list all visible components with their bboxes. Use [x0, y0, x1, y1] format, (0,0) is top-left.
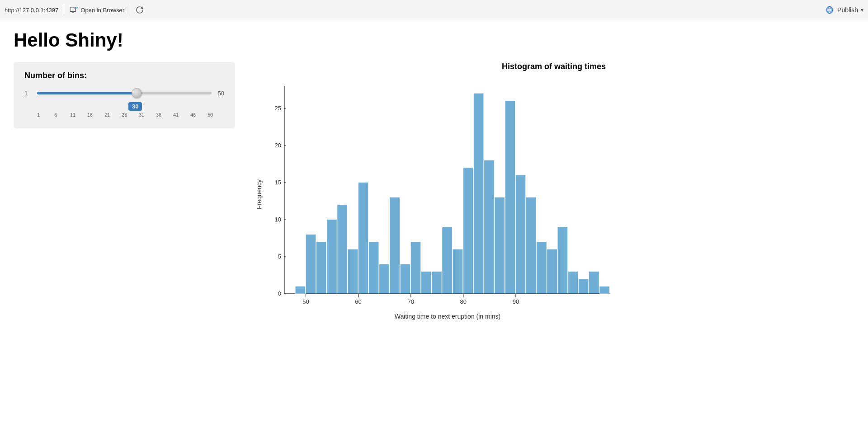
slider-value-bubble: 30 — [128, 102, 142, 111]
bar-13 — [432, 272, 442, 294]
slider-row: 1 50 — [24, 88, 224, 99]
tick-11: 11 — [70, 112, 76, 118]
tick-36: 36 — [156, 112, 162, 118]
x-tick-80: 80 — [460, 298, 467, 305]
y-axis-label: Frequency — [255, 179, 263, 209]
bar-8 — [379, 264, 389, 294]
slider-panel: Number of bins: 1 50 30 1 6 11 — [14, 62, 235, 128]
publish-button[interactable]: Publish ▾ — [825, 5, 863, 15]
y-tick-25: 25 — [275, 105, 281, 112]
tick-41: 41 — [173, 112, 179, 118]
tick-1: 1 — [35, 112, 42, 118]
tick-31: 31 — [138, 112, 145, 118]
tick-50: 50 — [207, 112, 213, 118]
content-layout: Number of bins: 1 50 30 1 6 11 — [14, 62, 854, 330]
bar-26 — [568, 272, 578, 294]
bar-14 — [442, 227, 452, 294]
bar-21 — [515, 175, 525, 294]
bar-7 — [369, 242, 379, 294]
chart-container: Frequency 0 5 10 15 — [253, 77, 624, 330]
slider-track-container[interactable] — [37, 88, 212, 99]
histogram-svg: Frequency 0 5 10 15 — [253, 77, 624, 330]
bar-3 — [327, 220, 337, 294]
bar-16 — [463, 168, 473, 294]
tick-21: 21 — [104, 112, 110, 118]
topbar-divider-2 — [130, 5, 130, 15]
y-tick-15: 15 — [275, 179, 281, 186]
tick-6: 6 — [52, 112, 59, 118]
y-tick-0: 0 — [278, 290, 281, 297]
x-tick-50: 50 — [302, 298, 309, 305]
bar-22 — [526, 197, 536, 294]
topbar-divider — [64, 5, 64, 15]
bar-12 — [421, 272, 431, 294]
refresh-icon[interactable] — [136, 6, 144, 14]
tick-46: 46 — [190, 112, 196, 118]
x-tick-60: 60 — [355, 298, 361, 305]
bar-11 — [410, 242, 420, 294]
bar-25 — [557, 227, 567, 294]
open-browser-icon — [70, 7, 78, 13]
slider-min-label: 1 — [24, 90, 33, 97]
publish-label: Publish — [837, 6, 858, 14]
publish-icon — [825, 5, 835, 15]
bar-18 — [484, 160, 494, 294]
bar-6 — [358, 183, 368, 294]
slider-label: Number of bins: — [24, 71, 224, 80]
open-in-browser-button[interactable]: Open in Browser — [70, 7, 124, 14]
x-axis-label: Waiting time to next eruption (in mins) — [395, 313, 500, 320]
slider-thumb[interactable] — [132, 88, 142, 98]
svg-rect-0 — [70, 7, 75, 12]
bar-29 — [599, 287, 609, 294]
bar-9 — [390, 197, 400, 294]
bar-23 — [537, 242, 547, 294]
topbar: http://127.0.0.1:4397 Open in Browser Pu… — [0, 0, 868, 20]
app-title: Hello Shiny! — [14, 29, 854, 51]
y-tick-5: 5 — [278, 253, 281, 260]
y-tick-10: 10 — [275, 216, 281, 223]
chart-area: Histogram of waiting times Frequency 0 — [253, 62, 854, 330]
chart-title: Histogram of waiting times — [253, 62, 854, 71]
bar-5 — [348, 249, 358, 294]
bar-2 — [316, 242, 326, 294]
bar-0 — [295, 286, 305, 294]
x-tick-70: 70 — [407, 298, 414, 305]
bar-17 — [474, 93, 484, 294]
tick-16: 16 — [87, 112, 93, 118]
slider-track — [37, 92, 212, 94]
y-tick-20: 20 — [275, 142, 281, 149]
x-tick-90: 90 — [513, 298, 519, 305]
bar-28 — [589, 272, 599, 294]
bar-1 — [306, 235, 316, 294]
publish-chevron-icon: ▾ — [861, 7, 863, 13]
open-in-browser-label: Open in Browser — [80, 7, 124, 14]
bar-19 — [495, 197, 505, 294]
bar-15 — [453, 249, 462, 294]
bar-20 — [505, 101, 515, 294]
slider-max-label: 50 — [216, 90, 224, 97]
bar-4 — [337, 205, 347, 294]
bar-27 — [579, 279, 589, 294]
tick-26: 26 — [121, 112, 127, 118]
slider-ticks: 1 6 11 16 21 26 31 36 41 46 50 — [24, 112, 224, 118]
bar-24 — [547, 249, 557, 294]
bar-10 — [400, 264, 410, 294]
main-content: Hello Shiny! Number of bins: 1 50 30 — [0, 20, 868, 339]
url-display: http://127.0.0.1:4397 — [5, 7, 58, 14]
